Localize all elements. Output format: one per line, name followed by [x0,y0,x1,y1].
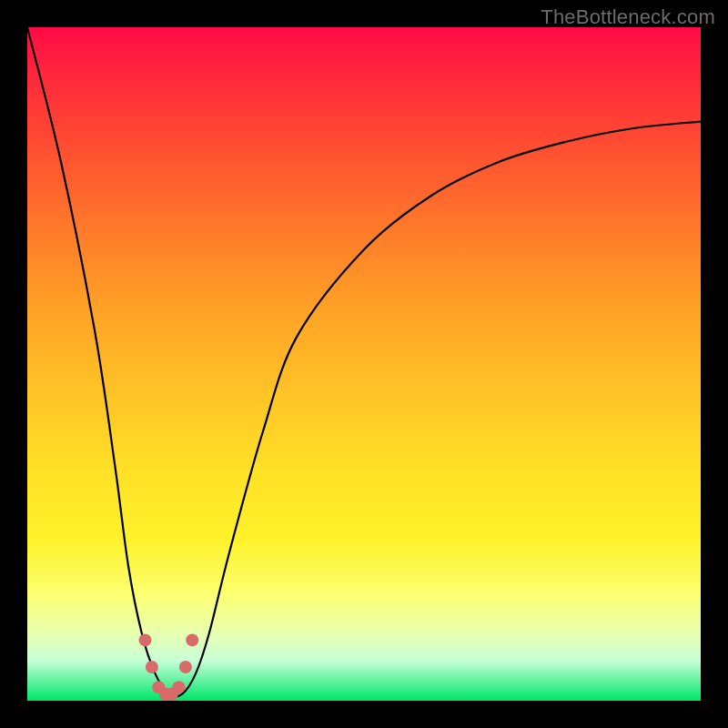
bottleneck-curve [27,27,701,696]
highlight-dot [173,681,186,693]
highlight-dots [139,633,199,700]
chart-frame [27,27,701,701]
highlight-dot [146,661,158,673]
highlight-dot [179,661,192,673]
bottleneck-chart [27,27,701,701]
watermark-text: TheBottleneck.com [541,5,715,29]
highlight-dot [139,633,152,646]
highlight-dot [186,633,198,646]
